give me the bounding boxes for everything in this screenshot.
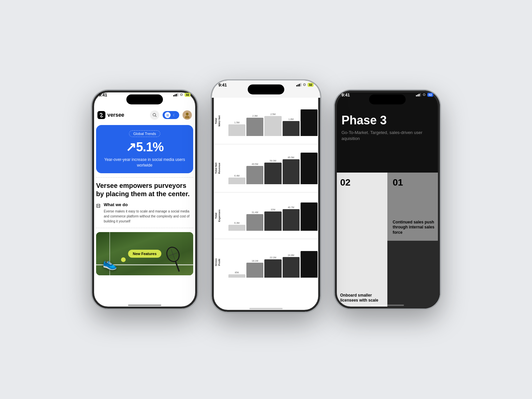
- notif-badge-3: 02: [427, 93, 433, 97]
- phone3-content: Phase 3 Go-To-Market. Targeted, sales-dr…: [335, 108, 440, 309]
- phase-subtitle: Go-To-Market. Targeted, sales-driven use…: [341, 130, 433, 142]
- cell-01-desc: Continued sales push through internal sa…: [393, 220, 435, 235]
- body-headline: Versee empowers purveyors by placing the…: [92, 182, 197, 198]
- bar-val: 2.5M: [270, 113, 276, 115]
- bar-val: 49.5M: [252, 163, 258, 165]
- what-we-do-section: ⊟ What we do Everse makes it easy to sca…: [92, 202, 197, 224]
- phase-cell-dark: [387, 241, 440, 309]
- svg-line-1: [155, 116, 156, 117]
- phase-cell-02: 02 Onboard smaller licensees with scale: [335, 173, 387, 309]
- bar-val: 1.5M: [234, 121, 240, 124]
- phone2-content: TotalMAU Net 1.5M 2.3M 2.5M 1.8M Total N…: [212, 98, 320, 312]
- bar-val: 24.8M: [288, 254, 294, 256]
- svg-point-3: [185, 116, 190, 118]
- bar-val: 6.3M: [234, 222, 240, 224]
- wifi-icon-2: ⊙: [303, 82, 306, 87]
- dynamic-island-3: [369, 94, 406, 104]
- status-time-3: 9:41: [341, 92, 350, 97]
- divider-1: [96, 177, 193, 178]
- nav-logo: versee: [97, 111, 124, 119]
- bar-val: 2.3M: [252, 115, 258, 117]
- divider-2: [96, 228, 193, 228]
- bar-val: 85K: [235, 271, 239, 274]
- view-toggle[interactable]: ⊞ ☾: [163, 111, 179, 119]
- wifi-icon-1: ⊙: [180, 92, 183, 97]
- bar-val: 1.8M: [288, 118, 294, 120]
- toggle-dark[interactable]: ☾: [171, 112, 177, 118]
- home-indicator-3: [371, 305, 404, 306]
- hero-badge: Global Trends: [129, 130, 160, 137]
- bar-val: 31.4M: [252, 211, 258, 213]
- chart-row-mau: TotalMAU Net 1.5M 2.3M 2.5M 1.8M: [212, 98, 320, 144]
- phase-cell-01: 01 Continued sales push through internal…: [387, 173, 440, 241]
- signal-icon-3: [416, 93, 421, 96]
- status-icons-2: ⊙ 32: [296, 82, 314, 87]
- bars-expenses: 6.3M 31.4M 37M 40.7M: [228, 195, 318, 236]
- svg-line-7: [176, 261, 179, 272]
- cell-02-number: 02: [340, 178, 382, 187]
- wifi-icon-3: ⊙: [423, 92, 426, 97]
- chart-label-revenue: Total NetRevenue: [214, 163, 221, 174]
- signal-icon-1: [173, 93, 178, 96]
- svg-point-2: [186, 113, 189, 115]
- notif-badge-1: 32: [185, 93, 191, 97]
- chart-label-expenses: TotalExpenses: [214, 209, 221, 222]
- toggle-grid[interactable]: ⊞: [165, 112, 171, 118]
- status-icons-1: ⊙ 32: [173, 92, 191, 97]
- phase-grid: 01 Continued sales push through internal…: [335, 173, 440, 309]
- bar-val: 18.1M: [252, 260, 258, 262]
- svg-line-6: [171, 249, 175, 260]
- bars-mau: 1.5M 2.3M 2.5M 1.8M: [228, 100, 318, 141]
- what-we-do-title: What we do: [104, 202, 193, 207]
- bars-profit: 85K 18.1M 22.2M 24.8M: [228, 242, 318, 283]
- phone1-content: versee ⊞ ☾: [92, 108, 197, 309]
- status-icons-3: ⊙ 02: [416, 92, 433, 97]
- chart-row-expenses: TotalExpenses 6.3M 31.4M 37M 40.7M: [212, 193, 320, 239]
- status-time-1: 9:41: [99, 92, 107, 97]
- logo-icon: [97, 111, 105, 119]
- bar-val: 65.5M: [288, 156, 294, 159]
- bar-val: 37M: [271, 208, 275, 211]
- hero-card: Global Trends ↗5.1% Year-over-year incre…: [96, 125, 193, 173]
- chart-row-profit: GrossProfit 85K 18.1M 22.2M 24.8M: [212, 239, 320, 286]
- hero-desc: Year-over-year increase in social media …: [101, 157, 188, 168]
- feature-image: 👟: [96, 232, 193, 275]
- bar-val: 6.4M: [234, 175, 240, 177]
- home-indicator-1: [128, 305, 161, 306]
- bookmark-icon: ⊟: [96, 202, 100, 209]
- dynamic-island-1: [126, 94, 163, 104]
- signal-icon-2: [296, 83, 301, 86]
- chart-label-profit: GrossProfit: [214, 258, 221, 266]
- search-button[interactable]: [150, 110, 159, 120]
- chart-row-revenue: Total NetRevenue 6.4M 49.5M 59.3M 65.5M: [212, 144, 320, 193]
- cell-02-desc: Onboard smaller licensees with scale: [340, 293, 382, 303]
- cell-01-number: 01: [393, 178, 435, 187]
- nav-bar-1: versee ⊞ ☾: [92, 108, 197, 122]
- chart-label-mau: TotalMAU Net: [214, 115, 221, 126]
- user-avatar[interactable]: [183, 110, 192, 120]
- notif-badge-2: 32: [308, 83, 314, 87]
- status-time-2: 9:41: [218, 82, 227, 87]
- nav-logo-text: versee: [107, 112, 124, 118]
- phase-title: Phase 3: [341, 114, 433, 126]
- feature-badge: New Features: [128, 250, 161, 258]
- phase-header: Phase 3 Go-To-Market. Targeted, sales-dr…: [335, 108, 440, 147]
- bars-revenue: 6.4M 49.5M 59.3M 65.5M: [228, 147, 318, 190]
- bar-val: 22.2M: [270, 256, 276, 259]
- phone-3: 9:41 ⊙ 02 Phase 3 Go-To-Market. Targeted…: [334, 90, 441, 309]
- hero-stat: ↗5.1%: [101, 140, 188, 154]
- bar-val: 40.7M: [288, 206, 294, 208]
- home-indicator-2: [249, 308, 283, 309]
- what-we-do-text: Everse makes it easy to scale and manage…: [104, 209, 193, 224]
- bar-val: 59.3M: [270, 160, 276, 162]
- dynamic-island-2: [248, 84, 284, 94]
- phone-2: 9:41 ⊙ 32 TotalMAU Net: [211, 80, 321, 313]
- phone-1: 9:41 ⊙ 32: [91, 90, 198, 309]
